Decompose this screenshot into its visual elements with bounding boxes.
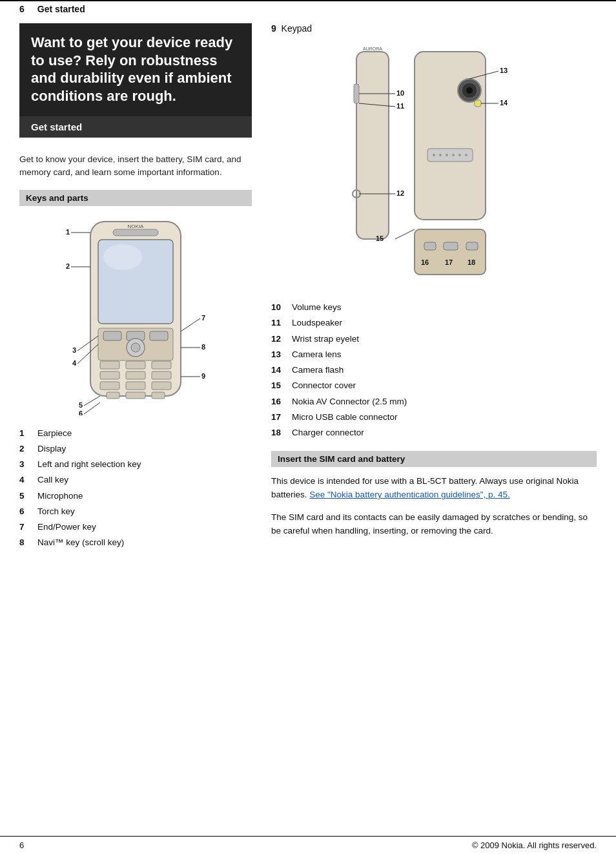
svg-rect-60 xyxy=(466,242,478,250)
svg-line-71 xyxy=(395,229,415,239)
svg-rect-49 xyxy=(475,100,481,107)
keypad-diagram: AURORA xyxy=(271,39,597,291)
item-label: Microphone xyxy=(37,490,83,503)
svg-text:10: 10 xyxy=(396,89,404,97)
item-number: 6 xyxy=(19,505,32,518)
item-label: Loudspeaker xyxy=(292,317,342,329)
item-number: 12 xyxy=(271,333,288,346)
svg-rect-59 xyxy=(444,242,458,250)
svg-rect-20 xyxy=(107,392,119,399)
svg-point-52 xyxy=(439,154,442,156)
svg-text:15: 15 xyxy=(376,234,384,242)
svg-text:NOKIA: NOKIA xyxy=(128,224,145,229)
svg-rect-16 xyxy=(152,371,171,379)
item-label: Wrist strap eyelet xyxy=(292,333,359,346)
left-column: Want to get your device ready to use? Re… xyxy=(19,23,265,552)
item-number: 17 xyxy=(271,411,288,424)
svg-rect-17 xyxy=(100,382,119,390)
item-number: 13 xyxy=(271,348,288,361)
svg-rect-41 xyxy=(356,52,389,239)
item-number: 4 xyxy=(19,474,32,486)
item-label: Camera flash xyxy=(292,364,344,377)
svg-text:17: 17 xyxy=(445,258,453,266)
keypad-label: 9 Keypad xyxy=(271,23,597,34)
svg-rect-57 xyxy=(415,229,486,275)
svg-text:11: 11 xyxy=(396,102,404,110)
svg-rect-1 xyxy=(113,229,158,236)
sim-text-2: The SIM card and its contacts can be eas… xyxy=(271,511,597,538)
list-item: 18 Charger connector xyxy=(271,426,597,439)
svg-text:2: 2 xyxy=(66,262,70,270)
list-item: 3 Left and right selection key xyxy=(19,458,252,471)
item-label: Earpiece xyxy=(37,427,72,440)
item-label: Nokia AV Connector (2.5 mm) xyxy=(292,395,407,408)
svg-text:9: 9 xyxy=(201,372,205,380)
svg-rect-14 xyxy=(100,371,119,379)
footer-page: 6 xyxy=(19,840,24,850)
item-label: Connector cover xyxy=(292,379,356,392)
item-label: Camera lens xyxy=(292,348,342,361)
item-label: Navi™ key (scroll key) xyxy=(37,536,124,549)
list-item: 14 Camera flash xyxy=(271,364,597,377)
list-item: 15 Connector cover xyxy=(271,379,597,392)
item-label: Micro USB cable connector xyxy=(292,411,398,424)
list-item: 11 Loudspeaker xyxy=(271,317,597,329)
list-item: 13 Camera lens xyxy=(271,348,597,361)
header-page-number: 6 xyxy=(19,4,25,14)
sim-link[interactable]: See "Nokia battery authentication guidel… xyxy=(309,490,510,499)
svg-rect-42 xyxy=(354,84,359,103)
item-label: Left and right selection key xyxy=(37,458,141,471)
svg-text:1: 1 xyxy=(66,228,70,236)
svg-text:3: 3 xyxy=(72,346,76,354)
item-number: 14 xyxy=(271,364,288,377)
right-parts-list: 10 Volume keys 11 Loudspeaker 12 Wrist s… xyxy=(271,301,597,439)
svg-rect-12 xyxy=(126,361,145,369)
list-item: 8 Navi™ key (scroll key) xyxy=(19,536,252,549)
list-item: 12 Wrist strap eyelet xyxy=(271,333,597,346)
main-content: Want to get your device ready to use? Re… xyxy=(0,17,616,578)
list-item: 6 Torch key xyxy=(19,505,252,518)
page-header: 6 Get started xyxy=(0,0,616,17)
svg-rect-8 xyxy=(150,331,168,340)
list-item: 10 Volume keys xyxy=(271,301,597,314)
svg-text:8: 8 xyxy=(201,343,205,351)
svg-text:18: 18 xyxy=(467,258,475,266)
hero-text: Want to get your device ready to use? Re… xyxy=(31,34,240,105)
svg-line-35 xyxy=(181,318,200,331)
svg-rect-45 xyxy=(415,52,486,220)
keypad-number: 9 xyxy=(271,23,276,34)
list-item: 17 Micro USB cable connector xyxy=(271,411,597,424)
page-container: 6 Get started Want to get your device re… xyxy=(0,0,616,854)
phone-front-svg: NOKIA xyxy=(65,215,207,415)
parts-list: 1 Earpiece 2 Display 3 Left and right se… xyxy=(19,427,252,550)
item-number: 18 xyxy=(271,426,288,439)
item-number: 7 xyxy=(19,521,32,534)
svg-rect-11 xyxy=(100,361,119,369)
list-item: 4 Call key xyxy=(19,474,252,486)
svg-rect-58 xyxy=(424,242,436,250)
svg-rect-19 xyxy=(152,382,171,390)
list-item: 16 Nokia AV Connector (2.5 mm) xyxy=(271,395,597,408)
list-item: 2 Display xyxy=(19,443,252,455)
svg-text:AURORA: AURORA xyxy=(363,47,382,51)
sim-text-1: This device is intended for use with a B… xyxy=(271,475,597,502)
phone-front-diagram: NOKIA xyxy=(19,215,252,415)
list-item: 1 Earpiece xyxy=(19,427,252,440)
right-column: 9 Keypad AURORA xyxy=(265,23,597,552)
section-bar: Get started xyxy=(19,116,252,138)
svg-text:7: 7 xyxy=(201,314,205,322)
svg-point-54 xyxy=(452,154,455,156)
item-label: Volume keys xyxy=(292,301,342,314)
svg-point-48 xyxy=(466,87,473,94)
item-number: 16 xyxy=(271,395,288,408)
phone-side-svg: AURORA xyxy=(350,39,518,291)
item-label: Display xyxy=(37,443,66,455)
svg-point-4 xyxy=(103,244,142,270)
svg-point-51 xyxy=(433,154,435,156)
item-number: 10 xyxy=(271,301,288,314)
insert-sim-heading: Insert the SIM card and battery xyxy=(271,451,597,467)
page-footer: 6 © 2009 Nokia. All rights reserved. xyxy=(0,836,616,854)
intro-text: Get to know your device, insert the batt… xyxy=(19,145,252,190)
keys-and-parts-heading: Keys and parts xyxy=(19,190,252,206)
item-number: 2 xyxy=(19,443,32,455)
